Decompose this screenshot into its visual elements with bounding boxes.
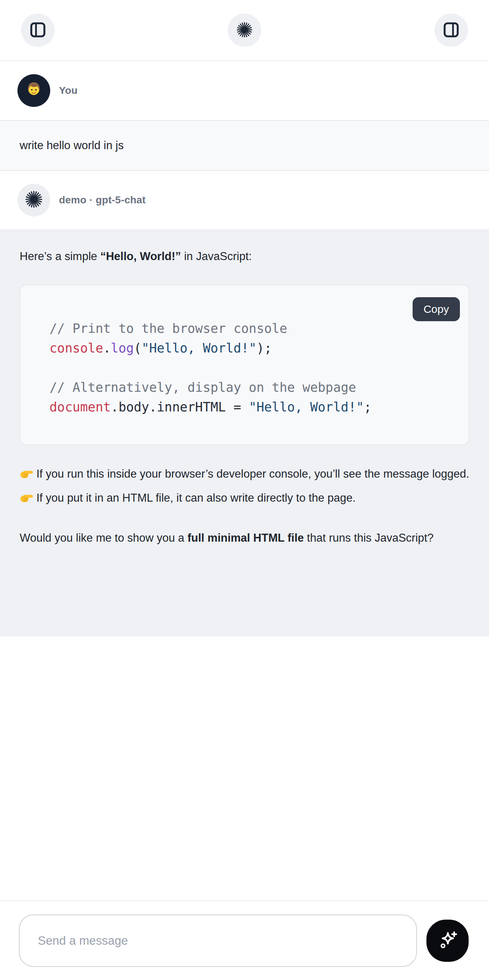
right-panel-toggle-button[interactable] <box>435 13 468 47</box>
pointing-right-emoji-icon <box>20 488 33 502</box>
assistant-question-paragraph: Would you like me to show you a full min… <box>20 526 469 550</box>
assistant-sender-label: demo · gpt-5-chat <box>59 194 145 206</box>
empty-scroll-area <box>0 636 489 900</box>
question-text-bold: full minimal HTML file <box>187 531 304 544</box>
user-message-header: You <box>0 61 489 120</box>
starburst-avatar-icon <box>24 190 43 210</box>
pointing-right-emoji-icon <box>20 464 33 478</box>
assistant-avatar <box>18 184 50 216</box>
sidebar-toggle-button[interactable] <box>21 13 54 47</box>
copy-code-button[interactable]: Copy <box>413 297 460 321</box>
panel-right-icon <box>441 20 461 41</box>
tip-text-2: If you put it in an HTML file, it can al… <box>37 492 356 504</box>
intro-text-pre: Here’s a simple <box>20 250 100 262</box>
assistant-message-header: demo · gpt-5-chat <box>0 171 489 229</box>
assistant-message-bubble: Here’s a simple “Hello, World!” in JavaS… <box>0 229 489 636</box>
top-bar <box>0 0 489 61</box>
starburst-icon <box>236 21 253 40</box>
user-sender-label: You <box>59 85 78 96</box>
intro-text-bold: “Hello, World!” <box>100 250 181 262</box>
intro-text-post: in JavaScript: <box>181 250 252 262</box>
composer-bar <box>0 900 489 980</box>
assistant-intro-paragraph: Here’s a simple “Hello, World!” in JavaS… <box>20 245 469 269</box>
tip-paragraph-1: If you run this inside your browser’s de… <box>20 462 469 486</box>
code-block: Copy // Print to the browser consolecons… <box>20 285 469 445</box>
user-message-text: write hello world in js <box>20 139 124 152</box>
sparkle-plus-icon <box>436 929 459 952</box>
user-message-bubble: write hello world in js <box>0 120 489 171</box>
person-emoji-icon <box>22 79 45 103</box>
brand-button[interactable] <box>228 13 261 47</box>
question-text-pre: Would you like me to show you a <box>20 531 187 544</box>
user-avatar <box>18 74 50 107</box>
question-text-post: that runs this JavaScript? <box>304 531 434 544</box>
send-button[interactable] <box>427 920 468 962</box>
tip-paragraph-2: If you put it in an HTML file, it can al… <box>20 486 469 510</box>
tip-text-1: If you run this inside your browser’s de… <box>37 468 469 480</box>
code-content: // Print to the browser consoleconsole.l… <box>21 285 468 444</box>
message-input[interactable] <box>19 915 417 967</box>
panel-left-icon <box>28 20 48 41</box>
